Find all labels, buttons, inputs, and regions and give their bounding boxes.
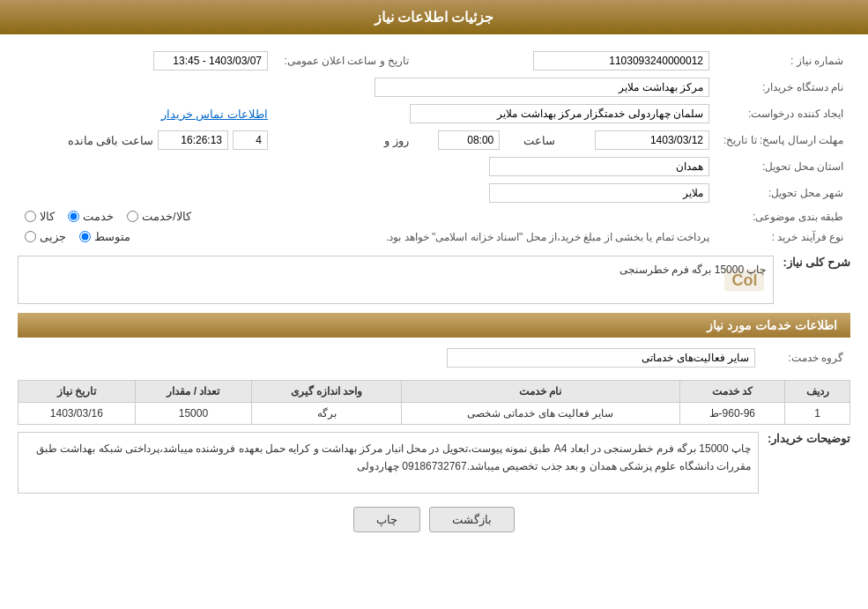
tozihaat-section-row: توضیحات خریدار: چاپ 15000 برگه فرم خطرسن… [18,432,850,494]
saat-label-cell: ساعت [507,127,561,153]
roz-label: روز و [384,134,409,147]
grouh-label: گروه خدمت: [762,345,850,371]
nam-dastgah-value [18,74,716,100]
mohlat-label: مهلت ارسال پاسخ: تا تاریخ: [716,127,850,153]
nam-dastgah-row: نام دستگاه خریدار: [18,74,850,100]
services-table: ردیف کد خدمت نام خدمت واحد اندازه گیری ت… [18,380,850,425]
shomara-input[interactable] [533,51,709,71]
radio-khedmat-input[interactable] [68,211,79,222]
radio-kala-khedmat-label: کالا/خدمت [142,210,191,223]
table-cell: 1 [785,403,850,425]
services-table-head: ردیف کد خدمت نام خدمت واحد اندازه گیری ت… [19,381,850,403]
sharh-section-label: شرح کلی نیاز: [783,256,850,269]
shomara-row: شماره نیاز : تاریخ و ساعت اعلان عمومی: [18,48,850,74]
roz-cell: ساعت باقی مانده [18,127,275,153]
table-row: 1960-96-طسایر فعالیت های خدماتی شخصیبرگه… [19,403,850,425]
ostan-row: استان محل تحویل: [18,153,850,180]
saat-cell [416,127,507,153]
table-cell: برگه [252,403,402,425]
tozihaat-value: چاپ 15000 برگه فرم خطرسنجی در ابعاد A4 ط… [36,442,751,472]
farayand-label: نوع فرآیند خرید : [716,227,850,247]
ostan-label: استان محل تحویل: [716,153,850,180]
radio-kala-khedmat[interactable]: کالا/خدمت [127,210,191,223]
col-kod: کد خدمت [679,381,784,403]
shahr-label: شهر محل تحویل: [716,180,850,206]
services-section-header: اطلاعات خدمات مورد نیاز [18,313,850,338]
col-nam: نام خدمت [402,381,680,403]
roz-label-cell: روز و [275,127,416,153]
buttons-row: بازگشت چاپ [18,507,850,532]
tozihaat-label: توضیحات خریدار: [768,432,850,445]
radio-jozi-label: جزیی [40,230,66,243]
radio-motavaset[interactable]: متوسط [79,230,130,243]
back-button[interactable]: بازگشت [429,507,515,532]
nam-dastgah-input[interactable] [375,78,709,97]
radio-jozi[interactable]: جزیی [25,230,66,243]
col-vahid: واحد اندازه گیری [252,381,402,403]
shomara-value [416,48,716,74]
etelaaat-cell: اطلاعات تماس خریدار [18,100,275,127]
col-radif: ردیف [785,381,850,403]
farayand-content: پرداخت تمام یا بخشی از مبلغ خرید،از محل … [18,227,716,247]
page-header: جزئیات اطلاعات نیاز [0,0,868,34]
ostan-input[interactable] [489,157,709,176]
tarikh-cell [562,127,716,153]
services-table-header-row: ردیف کد خدمت نام خدمت واحد اندازه گیری ت… [19,381,850,403]
radio-motavaset-input[interactable] [79,231,91,242]
radio-khedmat-label: خدمت [83,210,114,223]
shomara-label: شماره نیاز : [716,48,850,74]
shahr-row: شهر محل تحویل: [18,180,850,206]
radio-khedmat[interactable]: خدمت [68,210,114,223]
farayand-note: پرداخت تمام یا بخشی از مبلغ خرید،از محل … [144,231,709,243]
farayand-row: نوع فرآیند خرید : پرداخت تمام یا بخشی از… [18,227,850,247]
grouh-row: گروه خدمت: [18,345,850,371]
radio-motavaset-label: متوسط [94,230,130,243]
info-table: شماره نیاز : تاریخ و ساعت اعلان عمومی: ن… [18,48,850,247]
radio-jozi-input[interactable] [25,231,36,242]
baqi-label: ساعت باقی مانده [68,134,153,147]
grouh-value [18,345,762,371]
radio-kala-input[interactable] [25,211,36,222]
sharh-section-row: شرح کلی نیاز: چاپ 15000 برگه فرم خطرسنجی… [18,256,850,304]
nam-dastgah-label: نام دستگاه خریدار: [716,74,850,100]
print-button[interactable]: چاپ [353,507,420,532]
page-title: جزئیات اطلاعات نیاز [375,10,494,25]
radio-kala-khedmat-input[interactable] [127,211,138,222]
table-cell: 1403/03/16 [19,403,136,425]
shahr-input[interactable] [489,183,709,203]
saat-label: ساعت [523,134,555,147]
ijad-konande-row: ایجاد کننده درخواست: اطلاعات تماس خریدار [18,100,850,127]
tabaqe-row: طبقه بندی موضوعی: کالا/خدمت خدمت کالا [18,206,850,227]
tarikh-elaan-input[interactable] [153,51,268,71]
col-tedad: تعداد / مقدار [135,381,252,403]
tarikh-elaan-value [18,48,275,74]
sharh-box-container: چاپ 15000 برگه فرم خطرسنجی Col [18,256,774,304]
table-cell: 960-96-ط [679,403,784,425]
ijad-konande-input[interactable] [410,104,709,123]
tarikh-elaan-label: تاریخ و ساعت اعلان عمومی: [275,48,416,74]
services-table-body: 1960-96-طسایر فعالیت های خدماتی شخصیبرگه… [19,403,850,425]
tozihaat-box: چاپ 15000 برگه فرم خطرسنجی در ابعاد A4 ط… [18,432,759,494]
radio-kala-label: کالا [40,210,55,223]
grouh-input[interactable] [447,348,755,368]
grouh-table: گروه خدمت: [18,345,850,371]
tabaqe-label: طبقه بندی موضوعی: [716,206,850,227]
shahr-value [18,180,716,206]
page-container: جزئیات اطلاعات نیاز شماره نیاز : تاریخ و… [0,0,868,609]
col-tarikh: تاریخ نیاز [19,381,136,403]
sharh-box: چاپ 15000 برگه فرم خطرسنجی Col [18,256,774,304]
roz-input[interactable] [233,130,268,150]
etelaaat-link[interactable]: اطلاعات تماس خریدار [161,108,268,121]
saat-input[interactable] [438,130,500,150]
baqi-input[interactable] [158,130,228,150]
radio-kala[interactable]: کالا [25,210,55,223]
table-cell: 15000 [135,403,252,425]
ijad-konande-label: ایجاد کننده درخواست: [716,100,850,127]
tabaqe-radios: کالا/خدمت خدمت کالا [18,206,716,227]
services-section-title: اطلاعات خدمات مورد نیاز [707,318,837,332]
ijad-konande-value [275,100,716,127]
tarikh-input[interactable] [595,130,709,150]
mohlat-row: مهلت ارسال پاسخ: تا تاریخ: ساعت روز و [18,127,850,153]
table-cell: سایر فعالیت های خدماتی شخصی [402,403,680,425]
tozihaat-box-container: چاپ 15000 برگه فرم خطرسنجی در ابعاد A4 ط… [18,432,759,494]
